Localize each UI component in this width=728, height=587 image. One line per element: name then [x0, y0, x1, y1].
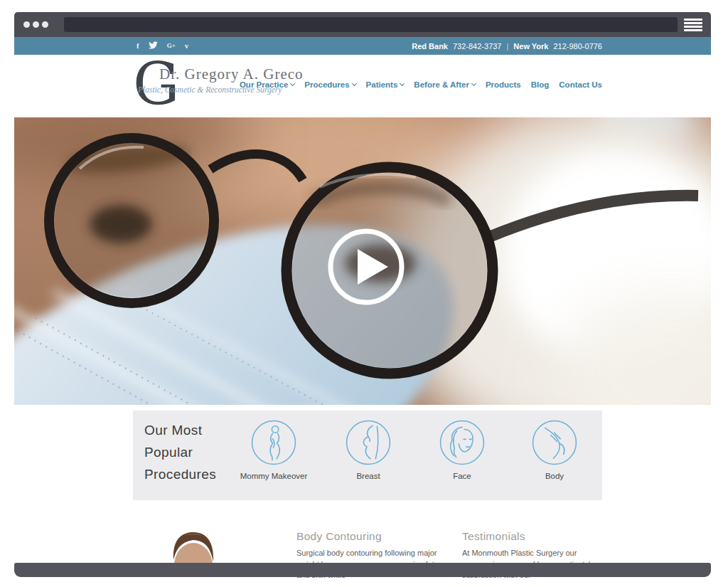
face-icon	[439, 420, 485, 465]
section-spacer	[14, 405, 711, 411]
nav-products[interactable]: Products	[486, 80, 521, 89]
chevron-down-icon	[352, 80, 357, 85]
main-nav: Our Practice Procedures Patients Before …	[240, 80, 602, 89]
nav-contact-us[interactable]: Contact Us	[559, 80, 602, 89]
mommy-makeover-icon	[251, 420, 296, 465]
procedure-face[interactable]: Face	[416, 420, 508, 480]
nav-our-practice[interactable]: Our Practice	[240, 80, 294, 89]
play-icon	[358, 249, 388, 285]
window-dot-icon[interactable]	[42, 21, 48, 28]
chevron-down-icon	[290, 80, 295, 85]
breast-icon	[346, 420, 391, 465]
chevron-down-icon	[400, 80, 405, 85]
procedure-label: Breast	[322, 472, 414, 480]
column-heading: Testimonials	[462, 530, 604, 543]
browser-bottom-bar	[14, 563, 711, 577]
hero-video[interactable]	[14, 117, 711, 405]
procedure-mommy-makeover[interactable]: Mommy Makeover	[228, 420, 320, 480]
column-heading: Body Contouring	[296, 530, 439, 543]
phone-divider: |	[507, 42, 509, 51]
vimeo-icon[interactable]: v	[185, 42, 189, 50]
nav-procedures[interactable]: Procedures	[304, 80, 355, 89]
contact-topbar: f G+ v Red Bank 732-842-3737 | New York …	[14, 37, 711, 55]
newyork-label: New York	[513, 42, 548, 51]
twitter-icon[interactable]	[149, 41, 158, 51]
nav-before-after[interactable]: Before & After	[414, 80, 476, 89]
site-header: G Dr. Gregory A. Greco Plastic, Cosmetic…	[14, 55, 711, 117]
phone-numbers: Red Bank 732-842-3737 | New York 212-980…	[412, 42, 602, 51]
window-dot-icon[interactable]	[33, 21, 39, 28]
procedure-label: Face	[416, 472, 508, 480]
chevron-down-icon	[471, 80, 476, 85]
procedures-panel: Our Most Popular Procedures	[133, 411, 602, 500]
procedure-label: Body	[508, 472, 601, 480]
newyork-phone[interactable]: 212-980-0776	[553, 42, 602, 51]
window-dot-icon[interactable]	[23, 21, 30, 28]
play-button[interactable]	[327, 228, 405, 306]
procedure-label: Mommy Makeover	[228, 472, 320, 480]
procedures-title: Our Most Popular Procedures	[144, 419, 216, 485]
facebook-icon[interactable]: f	[136, 42, 139, 50]
redbank-phone[interactable]: 732-842-3737	[453, 42, 502, 51]
browser-title-bar	[14, 12, 711, 37]
procedure-breast[interactable]: Breast	[322, 420, 414, 480]
logo-monogram: G	[133, 55, 180, 115]
url-bar[interactable]	[64, 17, 678, 32]
nav-patients[interactable]: Patients	[366, 80, 405, 89]
popular-procedures-section: Our Most Popular Procedures	[14, 411, 711, 500]
procedure-body[interactable]: Body	[508, 420, 601, 480]
google-plus-icon[interactable]: G+	[167, 42, 176, 50]
redbank-label: Red Bank	[412, 42, 448, 51]
browser-window: f G+ v Red Bank 732-842-3737 | New York …	[14, 12, 711, 577]
social-links: f G+ v	[136, 41, 188, 51]
window-controls	[23, 21, 48, 28]
browser-menu-icon[interactable]	[684, 18, 702, 33]
content-section: Body Contouring Surgical body contouring…	[14, 500, 711, 563]
nav-blog[interactable]: Blog	[531, 80, 550, 89]
body-icon	[532, 420, 577, 465]
